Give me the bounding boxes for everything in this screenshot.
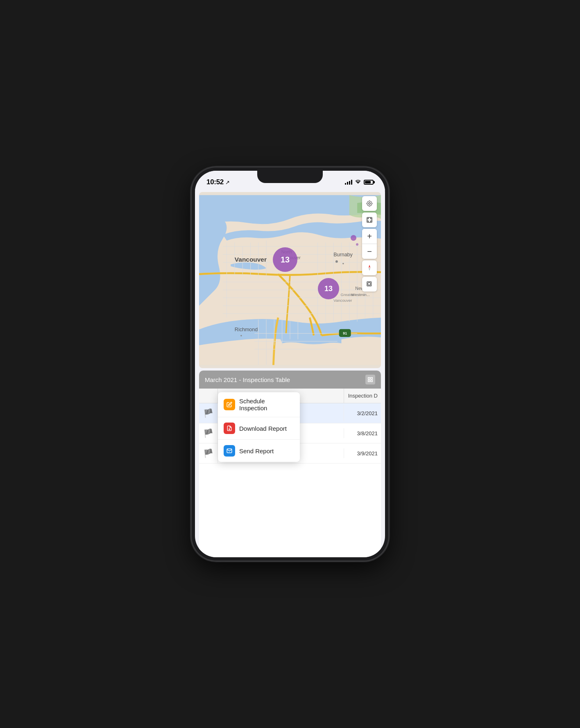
inspections-table: Name Inspection D 🏴 McManaman Stadium 3/…: [199, 389, 381, 557]
svg-rect-25: [368, 380, 370, 382]
send-icon: [224, 445, 235, 457]
screen-content: 91 Vancouver North Vancouver Burnaby ● G…: [195, 190, 385, 557]
download-label: Download Report: [239, 425, 287, 432]
row-date: 3/8/2021: [344, 425, 381, 441]
svg-rect-22: [368, 283, 370, 285]
zoom-controls: + −: [362, 229, 377, 259]
context-menu: Schedule Inspection: [218, 392, 300, 462]
battery-icon: [364, 180, 374, 185]
schedule-label: Schedule Inspection: [239, 398, 294, 411]
svg-text:Burnaby: Burnaby: [333, 252, 353, 258]
map-cluster-2[interactable]: 13: [318, 278, 339, 299]
notch: [257, 171, 323, 183]
map-controls: + −: [362, 196, 377, 292]
context-menu-item-schedule[interactable]: Schedule Inspection: [218, 392, 300, 417]
location-button[interactable]: [362, 196, 377, 211]
panel-header: March 2021 - Inspections Table: [199, 371, 381, 389]
svg-rect-18: [367, 217, 372, 222]
expand-map-button[interactable]: [362, 213, 377, 227]
download-icon: [224, 423, 235, 434]
svg-point-16: [369, 203, 371, 205]
svg-text:Vancouver: Vancouver: [333, 298, 352, 303]
svg-rect-26: [371, 380, 372, 382]
map-pin-tiny: [356, 243, 358, 246]
table-row[interactable]: 🏴 McManaman Stadium 3/2/2021: [199, 403, 381, 423]
zoom-out-button[interactable]: −: [362, 244, 377, 259]
svg-text:91: 91: [343, 331, 347, 335]
status-icons: [345, 179, 374, 185]
row-date: 3/9/2021: [344, 445, 381, 461]
context-menu-item-download[interactable]: Download Report: [218, 417, 300, 440]
schedule-icon: [224, 399, 235, 410]
svg-text:Richmond: Richmond: [235, 327, 258, 332]
status-time: 10:52: [206, 178, 224, 186]
phone-screen: 10:52 ↗: [195, 171, 385, 557]
location-arrow-icon: ↗: [225, 179, 230, 185]
map-view[interactable]: 91 Vancouver North Vancouver Burnaby ● G…: [199, 192, 381, 368]
svg-marker-20: [369, 268, 371, 271]
flag-icon: 🏴: [203, 428, 213, 438]
svg-text:●: ●: [342, 262, 344, 265]
compass-button[interactable]: [362, 260, 377, 275]
map-cluster-1[interactable]: 13: [273, 247, 297, 272]
send-label: Send Report: [239, 448, 274, 454]
context-menu-item-send[interactable]: Send Report: [218, 440, 300, 462]
phone-frame: 10:52 ↗: [192, 167, 388, 561]
flag-icon: 🏴: [203, 448, 213, 458]
map-pin-small: [351, 235, 356, 241]
svg-point-15: [335, 260, 338, 263]
row-icon: 🏴: [199, 443, 218, 463]
svg-rect-23: [368, 378, 370, 379]
col-header-date: Inspection D: [344, 389, 381, 403]
panel-title: March 2021 - Inspections Table: [205, 376, 290, 383]
bottom-panel: March 2021 - Inspections Table: [199, 371, 381, 557]
signal-bars-icon: [345, 180, 352, 185]
svg-marker-19: [369, 265, 371, 268]
svg-text:Vancouver: Vancouver: [235, 256, 267, 263]
map-svg: 91 Vancouver North Vancouver Burnaby ● G…: [199, 192, 381, 368]
wifi-icon: [355, 179, 361, 185]
layers-button[interactable]: [362, 277, 377, 292]
row-date: 3/2/2021: [344, 405, 381, 421]
flag-icon: 🏴: [203, 408, 213, 418]
panel-expand-button[interactable]: [365, 375, 375, 384]
row-icon: 🏴: [199, 423, 218, 443]
row-icon: 🏴: [199, 403, 218, 423]
map-background: 91 Vancouver North Vancouver Burnaby ● G…: [199, 192, 381, 368]
col-header-icon: [199, 389, 218, 403]
zoom-in-button[interactable]: +: [362, 229, 377, 244]
svg-text:Westmin...: Westmin...: [351, 292, 370, 297]
svg-text:●: ●: [240, 334, 242, 337]
svg-point-17: [367, 201, 372, 206]
svg-rect-24: [371, 378, 372, 379]
